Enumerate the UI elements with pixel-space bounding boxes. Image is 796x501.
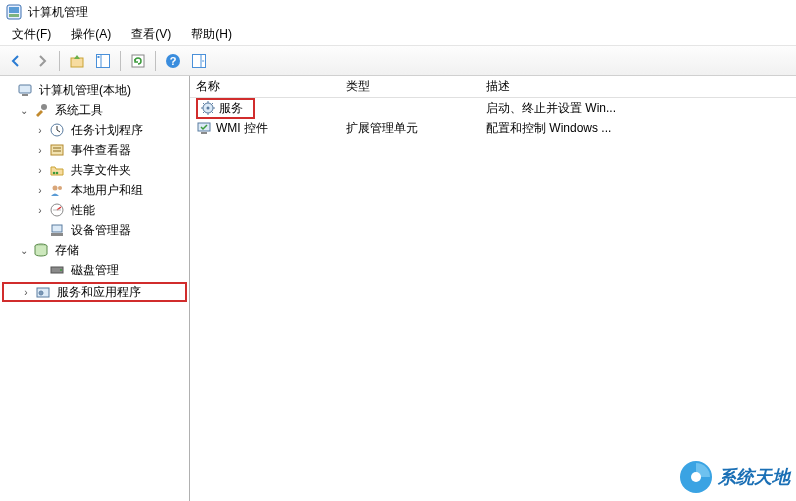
help-button[interactable]: ? — [161, 49, 185, 73]
svg-rect-2 — [9, 14, 19, 17]
list-item-services[interactable]: 服务 启动、终止并设置 Win... — [190, 98, 796, 118]
svg-point-22 — [58, 186, 62, 190]
action-pane-button[interactable] — [187, 49, 211, 73]
menu-bar: 文件(F) 操作(A) 查看(V) 帮助(H) — [0, 24, 796, 46]
computer-icon — [17, 82, 33, 98]
menu-help[interactable]: 帮助(H) — [183, 24, 240, 45]
row-description: 配置和控制 Windows ... — [480, 120, 796, 137]
toolbar-separator — [59, 51, 60, 71]
device-icon — [49, 222, 65, 238]
tree-panel[interactable]: ▾ 计算机管理(本地) ⌄ — [0, 76, 190, 501]
tree-label: 事件查看器 — [68, 141, 134, 160]
tree-node-storage[interactable]: ⌄ 存储 — [2, 240, 187, 260]
svg-point-29 — [60, 269, 62, 271]
column-name[interactable]: 名称 — [190, 76, 340, 97]
menu-action[interactable]: 操作(A) — [63, 24, 119, 45]
list-panel: 名称 类型 描述 服务 启动、终止并设置 Win... — [190, 76, 796, 501]
window-title: 计算机管理 — [28, 4, 88, 21]
tree-node-system-tools[interactable]: ⌄ 系统工具 — [2, 100, 187, 120]
row-description: 启动、终止并设置 Win... — [480, 100, 796, 117]
svg-rect-25 — [52, 225, 62, 232]
list-body[interactable]: 服务 启动、终止并设置 Win... WMI 控件 扩展管理单元 配置和控制 W… — [190, 98, 796, 501]
svg-rect-1 — [9, 7, 19, 13]
tree-label: 本地用户和组 — [68, 181, 146, 200]
body-area: ▾ 计算机管理(本地) ⌄ — [0, 76, 796, 501]
users-icon — [49, 182, 65, 198]
tree-node-local-users[interactable]: › 本地用户和组 — [2, 180, 187, 200]
clock-icon — [49, 122, 65, 138]
tree-label: 性能 — [68, 201, 98, 220]
forward-button[interactable] — [30, 49, 54, 73]
row-name: WMI 控件 — [216, 120, 268, 137]
svg-rect-26 — [51, 233, 63, 236]
tree-label: 计算机管理(本地) — [36, 81, 134, 100]
tree-node-device-manager[interactable]: › 设备管理器 — [2, 220, 187, 240]
gear-icon — [200, 100, 216, 116]
column-description[interactable]: 描述 — [480, 76, 796, 97]
svg-point-33 — [207, 107, 210, 110]
svg-rect-35 — [201, 132, 207, 134]
toolbar-separator — [120, 51, 121, 71]
tree-node-shared-folders[interactable]: › 共享文件夹 — [2, 160, 187, 180]
tree-label: 任务计划程序 — [68, 121, 146, 140]
expand-icon[interactable]: › — [34, 124, 46, 136]
event-icon — [49, 142, 65, 158]
menu-view[interactable]: 查看(V) — [123, 24, 179, 45]
svg-rect-16 — [51, 145, 63, 155]
svg-rect-6 — [98, 56, 100, 58]
tree-node-task-scheduler[interactable]: › 任务计划程序 — [2, 120, 187, 140]
collapse-icon[interactable]: ⌄ — [18, 244, 30, 256]
expand-icon[interactable]: › — [34, 184, 46, 196]
show-hide-tree-button[interactable] — [91, 49, 115, 73]
services-apps-icon — [35, 284, 51, 300]
back-button[interactable] — [4, 49, 28, 73]
column-type[interactable]: 类型 — [340, 76, 480, 97]
tree-node-services-apps[interactable]: › 服务和应用程序 — [2, 282, 187, 302]
title-bar: 计算机管理 — [0, 0, 796, 24]
tree-label: 磁盘管理 — [68, 261, 122, 280]
expand-icon[interactable]: › — [20, 286, 32, 298]
tree-node-disk-management[interactable]: › 磁盘管理 — [2, 260, 187, 280]
tree-node-performance[interactable]: › 性能 — [2, 200, 187, 220]
refresh-button[interactable] — [126, 49, 150, 73]
svg-rect-3 — [71, 58, 83, 67]
tree-node-event-viewer[interactable]: › 事件查看器 — [2, 140, 187, 160]
up-button[interactable] — [65, 49, 89, 73]
svg-rect-13 — [22, 94, 28, 96]
performance-icon — [49, 202, 65, 218]
tree-label: 共享文件夹 — [68, 161, 134, 180]
row-type: 扩展管理单元 — [340, 120, 480, 137]
svg-point-19 — [53, 172, 56, 175]
window-root: 计算机管理 文件(F) 操作(A) 查看(V) 帮助(H) ? — [0, 0, 796, 501]
expand-icon[interactable]: › — [34, 144, 46, 156]
tree-label: 存储 — [52, 241, 82, 260]
toolbar-separator — [155, 51, 156, 71]
collapse-icon[interactable]: ⌄ — [18, 104, 30, 116]
row-name: 服务 — [219, 100, 243, 117]
tree-label: 服务和应用程序 — [54, 283, 144, 302]
disk-icon — [49, 262, 65, 278]
menu-file[interactable]: 文件(F) — [4, 24, 59, 45]
storage-icon — [33, 242, 49, 258]
svg-point-21 — [53, 186, 58, 191]
wmi-icon — [196, 120, 212, 136]
expand-icon[interactable]: › — [34, 164, 46, 176]
tree-label: 系统工具 — [52, 101, 106, 120]
svg-text:?: ? — [170, 55, 177, 67]
tree-label: 设备管理器 — [68, 221, 134, 240]
svg-rect-7 — [132, 55, 144, 67]
svg-point-20 — [56, 172, 59, 175]
toolbar: ? — [0, 46, 796, 76]
list-header: 名称 类型 描述 — [190, 76, 796, 98]
list-item-wmi[interactable]: WMI 控件 扩展管理单元 配置和控制 Windows ... — [190, 118, 796, 138]
tools-icon — [33, 102, 49, 118]
svg-point-14 — [41, 104, 47, 110]
expand-icon[interactable]: › — [34, 204, 46, 216]
tree-node-root[interactable]: ▾ 计算机管理(本地) — [2, 80, 187, 100]
shared-folder-icon — [49, 162, 65, 178]
svg-rect-12 — [19, 85, 31, 93]
app-icon — [6, 4, 22, 20]
